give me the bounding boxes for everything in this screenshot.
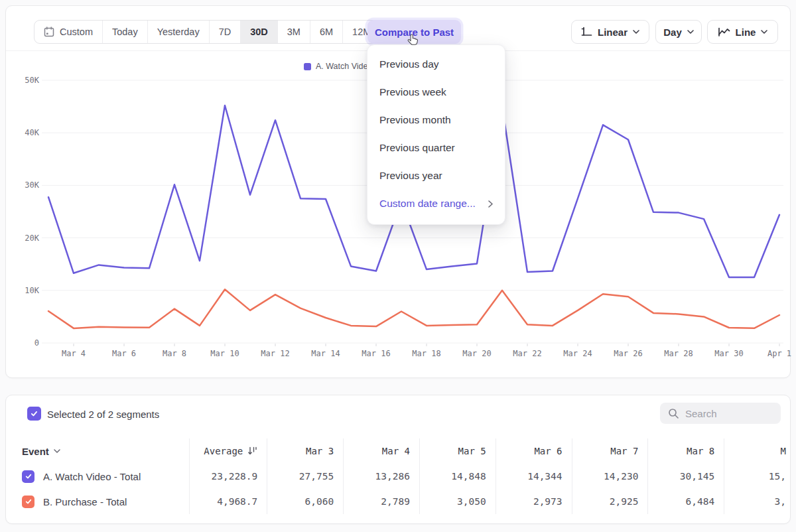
calendar-icon (44, 27, 54, 37)
range-label: 7D (219, 27, 232, 37)
day-column-header[interactable]: Mar 4 (343, 438, 419, 464)
x-axis-tick-label: Mar 18 (412, 349, 440, 358)
x-axis-tick-label: Mar 10 (210, 349, 239, 358)
clipped-value-cell: 15, (724, 464, 790, 489)
check-icon (25, 472, 33, 480)
value-cell: 3,050 (419, 489, 496, 514)
day-column-header[interactable]: Mar 8 (647, 438, 724, 464)
x-axis-tick-label: Mar 6 (112, 349, 136, 358)
range-3m[interactable]: 3M (278, 21, 310, 43)
table-row: B. Purchase - Total4,968.76,0602,7893,05… (6, 489, 790, 514)
x-axis-tick-label: Mar 14 (311, 349, 340, 358)
search-icon (668, 408, 679, 419)
x-axis-tick-label: Mar 24 (563, 349, 592, 358)
value-cell: 2,973 (496, 489, 572, 514)
chart-type-label: Line (736, 27, 756, 38)
event-cell: B. Purchase - Total (6, 496, 189, 508)
table-row: A. Watch Video - Total23,228.927,75513,2… (6, 464, 790, 489)
event-column-header[interactable]: Event (6, 446, 189, 457)
value-cell: 14,344 (496, 464, 572, 489)
chart-type-dropdown-button[interactable]: Line (707, 20, 778, 44)
range-label: Custom (60, 27, 93, 37)
value-cell: 2,925 (572, 489, 648, 514)
range-label: Today (112, 27, 138, 37)
average-header-label: Average (204, 446, 243, 456)
x-axis-tick-label: Mar 16 (362, 349, 390, 358)
value-cell: 14,848 (419, 464, 496, 489)
segment-checkbox[interactable] (22, 470, 34, 483)
y-axis-tick-label: 0 (34, 338, 39, 348)
value-cell: 6,484 (647, 489, 724, 514)
segments-bar: Selected 2 of 2 segments (6, 395, 790, 438)
y-axis-tick-label: 40K (25, 128, 39, 137)
legend-swatch (304, 63, 311, 70)
menu-item-custom-date-range[interactable]: Custom date range... (367, 190, 505, 218)
clipped-value-cell: 3, (724, 489, 790, 514)
scale-dropdown-button[interactable]: Linear (571, 20, 649, 44)
range-label: 6M (320, 27, 333, 37)
hand-cursor-icon (405, 33, 420, 49)
x-axis-tick-label: Mar 20 (462, 349, 491, 358)
interval-label: Day (663, 27, 682, 38)
day-column-header[interactable]: Mar 5 (419, 438, 496, 464)
value-cell: 30,145 (647, 464, 724, 489)
selected-segments-label: Selected 2 of 2 segments (47, 409, 159, 420)
x-axis-tick-label: Mar 22 (513, 349, 541, 358)
line-chart-icon (718, 27, 730, 37)
x-axis-tick-label: Mar 26 (614, 349, 642, 358)
compare-to-past-menu: Previous dayPrevious weekPrevious monthP… (367, 44, 505, 225)
clipped-column-header: M (724, 438, 790, 464)
event-cell: A. Watch Video - Total (6, 470, 189, 483)
chevron-right-icon (488, 200, 493, 208)
range-label: 30D (250, 27, 268, 37)
y-axis-tick-label: 50K (25, 76, 39, 85)
menu-item-previous-year[interactable]: Previous year (367, 162, 505, 190)
y-axis-tick-label: 10K (25, 286, 39, 295)
average-column-header[interactable]: Average (189, 438, 267, 464)
value-cell: 13,286 (343, 464, 419, 489)
search-box[interactable] (660, 403, 781, 424)
segment-checkbox[interactable] (22, 496, 34, 508)
search-input[interactable] (685, 408, 771, 419)
axis-scale-icon (581, 27, 592, 37)
range-6m[interactable]: 6M (310, 21, 343, 43)
range-7d[interactable]: 7D (210, 21, 241, 43)
range-yesterday[interactable]: Yesterday (148, 21, 210, 43)
x-axis-tick-label: Mar 12 (261, 349, 289, 358)
x-axis-tick-label: Mar 4 (62, 349, 86, 358)
value-cell: 2,789 (343, 489, 419, 514)
segments-table-card: Selected 2 of 2 segments Event Average (5, 395, 791, 524)
range-label: 3M (287, 27, 300, 37)
range-custom[interactable]: Custom (34, 21, 103, 43)
day-column-header[interactable]: Mar 6 (496, 438, 572, 464)
value-cell: 6,060 (267, 489, 343, 514)
chevron-down-icon (687, 30, 694, 34)
check-icon (30, 409, 38, 418)
menu-item-previous-day[interactable]: Previous day (367, 50, 505, 78)
date-range-segmented-control: CustomTodayYesterday7D30D3M6M12M (34, 20, 381, 44)
y-axis-tick-label: 20K (25, 233, 39, 243)
select-all-checkbox[interactable] (27, 407, 41, 421)
value-cell: 14,230 (572, 464, 648, 489)
check-icon (25, 498, 33, 505)
day-column-header[interactable]: Mar 7 (572, 438, 648, 464)
segment-name: A. Watch Video - Total (43, 471, 141, 482)
menu-item-previous-quarter[interactable]: Previous quarter (367, 134, 505, 162)
range-30d[interactable]: 30D (241, 21, 278, 43)
table-header-row: Event Average Mar 3Mar 4Mar 5Mar 6Mar 7M… (6, 438, 790, 464)
x-axis-tick-label: Mar 28 (664, 349, 693, 358)
average-cell: 23,228.9 (189, 464, 267, 489)
chevron-down-icon (761, 30, 767, 34)
x-axis-tick-label: Mar 30 (714, 349, 743, 358)
chevron-down-icon (633, 30, 639, 34)
chevron-down-icon (54, 449, 60, 453)
interval-dropdown-button[interactable]: Day (655, 20, 702, 44)
event-header-label: Event (22, 446, 49, 457)
menu-item-previous-week[interactable]: Previous week (367, 78, 505, 106)
day-column-header[interactable]: Mar 3 (267, 438, 343, 464)
average-cell: 4,968.7 (189, 489, 267, 514)
series-line-b (48, 289, 779, 328)
menu-item-previous-month[interactable]: Previous month (367, 106, 505, 134)
range-today[interactable]: Today (103, 21, 148, 43)
y-axis-tick-label: 30K (25, 180, 39, 190)
